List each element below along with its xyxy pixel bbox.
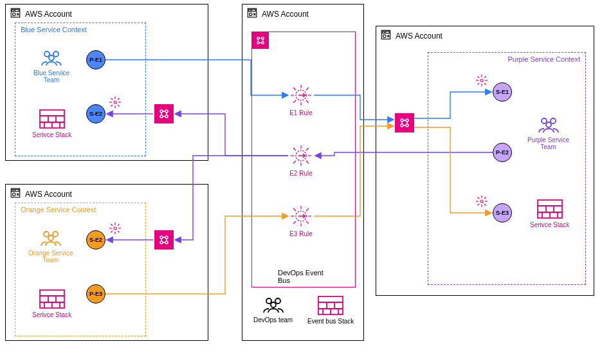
event-spark-icon bbox=[476, 75, 488, 87]
svg-point-91 bbox=[266, 298, 271, 304]
svg-point-52 bbox=[160, 236, 163, 239]
svg-rect-29 bbox=[12, 190, 14, 192]
svg-line-80 bbox=[306, 148, 309, 150]
event-router-orange bbox=[154, 230, 174, 250]
svg-point-107 bbox=[406, 119, 408, 122]
svg-line-23 bbox=[111, 105, 113, 107]
svg-line-78 bbox=[293, 148, 296, 150]
account-title: AWS Account bbox=[262, 10, 309, 19]
team-label: Purple Service Team bbox=[527, 136, 569, 150]
event-router-blue bbox=[154, 104, 174, 123]
event-s-e2-orange: S-E2 bbox=[86, 230, 105, 250]
stack-label: Serivce Stack bbox=[32, 311, 71, 318]
svg-point-60 bbox=[257, 37, 260, 40]
svg-line-79 bbox=[306, 161, 309, 163]
svg-point-62 bbox=[257, 42, 260, 44]
svg-line-50 bbox=[118, 224, 120, 226]
bus-label: DevOps Event Bus bbox=[278, 269, 329, 284]
svg-point-130 bbox=[546, 122, 551, 127]
svg-point-54 bbox=[160, 241, 163, 244]
svg-point-105 bbox=[383, 35, 387, 38]
event-spark-icon bbox=[109, 96, 121, 109]
rule-e1: E1 Rule bbox=[289, 84, 313, 116]
account-title: AWS Account bbox=[396, 32, 442, 41]
svg-rect-57 bbox=[249, 10, 251, 12]
context-title: Purple Service Context bbox=[508, 55, 581, 63]
svg-line-116 bbox=[484, 83, 486, 85]
svg-line-125 bbox=[484, 204, 486, 206]
svg-line-72 bbox=[293, 100, 296, 103]
svg-line-49 bbox=[118, 231, 120, 233]
svg-point-43 bbox=[114, 227, 116, 230]
svg-point-110 bbox=[480, 79, 483, 82]
svg-point-31 bbox=[13, 193, 16, 196]
svg-point-25 bbox=[165, 110, 168, 113]
svg-line-127 bbox=[478, 204, 480, 206]
rule-e2: E2 Rule bbox=[289, 144, 313, 177]
svg-line-124 bbox=[478, 197, 480, 199]
svg-line-70 bbox=[306, 100, 309, 103]
svg-line-71 bbox=[306, 87, 309, 90]
aws-account-icon bbox=[380, 29, 392, 42]
svg-line-115 bbox=[478, 77, 480, 78]
svg-point-6 bbox=[49, 55, 54, 60]
svg-line-126 bbox=[484, 197, 486, 199]
svg-line-21 bbox=[118, 105, 120, 107]
context-title: Orange Service Context bbox=[21, 206, 96, 214]
orange-team-icon: Orange Service Team bbox=[28, 229, 73, 264]
svg-line-89 bbox=[306, 208, 309, 211]
svg-point-4 bbox=[44, 51, 50, 57]
rule-label: E2 Rule bbox=[289, 170, 313, 177]
svg-point-34 bbox=[48, 235, 53, 241]
devops-team-icon: DevOps team bbox=[253, 296, 293, 323]
event-p-e1: P-E1 bbox=[86, 50, 105, 69]
svg-line-51 bbox=[111, 231, 113, 233]
svg-point-26 bbox=[160, 115, 163, 118]
orange-stack-icon: Serivce Stack bbox=[32, 289, 71, 318]
svg-point-53 bbox=[165, 236, 168, 239]
stack-label: Serivce Stack bbox=[530, 221, 569, 228]
svg-line-22 bbox=[118, 98, 120, 100]
event-bus-stack-icon: Event bus Stack bbox=[307, 296, 354, 325]
account-title: AWS Account bbox=[25, 10, 72, 19]
svg-rect-58 bbox=[251, 10, 255, 12]
aws-account-icon bbox=[10, 187, 21, 201]
purple-team-icon: Purple Service Team bbox=[527, 116, 569, 150]
svg-point-109 bbox=[406, 124, 408, 127]
svg-line-88 bbox=[306, 221, 309, 224]
event-p-e2: P-E2 bbox=[493, 143, 512, 162]
svg-point-55 bbox=[165, 241, 168, 244]
svg-point-128 bbox=[542, 118, 547, 123]
svg-point-129 bbox=[551, 118, 556, 123]
svg-point-32 bbox=[44, 232, 49, 237]
svg-rect-103 bbox=[383, 32, 385, 33]
context-title: Blue Service Context bbox=[21, 26, 87, 33]
aws-account-icon bbox=[246, 7, 258, 21]
event-spark-icon bbox=[476, 196, 488, 208]
svg-line-48 bbox=[111, 224, 113, 226]
svg-line-81 bbox=[293, 161, 296, 163]
svg-point-119 bbox=[480, 200, 483, 203]
svg-rect-30 bbox=[15, 190, 19, 192]
event-bus-icon bbox=[252, 32, 269, 49]
purple-stack-icon: Serivce Stack bbox=[530, 199, 569, 228]
event-router-purple bbox=[395, 113, 414, 132]
svg-line-118 bbox=[478, 83, 480, 85]
event-s-e1: S-E1 bbox=[493, 82, 512, 102]
rule-label: E1 Rule bbox=[289, 109, 313, 116]
event-p-e3: P-E3 bbox=[86, 284, 105, 304]
svg-point-27 bbox=[165, 115, 168, 118]
svg-point-33 bbox=[53, 232, 58, 237]
account-title: AWS Account bbox=[25, 190, 72, 199]
svg-rect-1 bbox=[12, 10, 14, 12]
svg-point-24 bbox=[160, 110, 163, 113]
aws-account-icon bbox=[10, 7, 21, 21]
svg-rect-2 bbox=[15, 10, 19, 12]
svg-line-20 bbox=[111, 98, 113, 100]
svg-rect-104 bbox=[385, 32, 389, 33]
svg-line-90 bbox=[293, 221, 296, 224]
team-label: Blue Service Team bbox=[33, 69, 69, 84]
event-s-e3: S-E3 bbox=[493, 203, 512, 223]
blue-stack-icon: Serivce Stack bbox=[32, 109, 71, 138]
stack-label: Serivce Stack bbox=[32, 131, 71, 138]
